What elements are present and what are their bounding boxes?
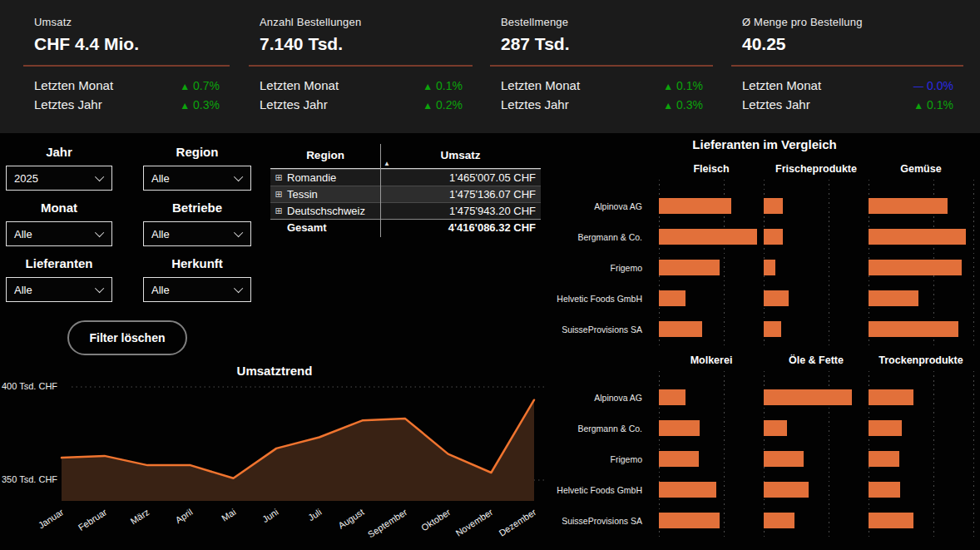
bar[interactable]: [659, 482, 716, 498]
clear-filters-button[interactable]: Filter löschen: [67, 320, 187, 355]
kpi-trend-label: Letzten Monat: [34, 78, 113, 92]
supplier-label[interactable]: Bergmann & Co.: [549, 232, 659, 242]
table-row-tessin[interactable]: ⊞ Tessin 1'475'136.07 CHF: [270, 186, 541, 202]
lieferanten-select[interactable]: Alle: [6, 277, 112, 302]
bar-cell: [869, 420, 973, 436]
kpi-trend-label: Letztes Jahr: [501, 97, 569, 111]
filter-label: Jahr: [6, 145, 112, 159]
filter-label: Herkunft: [143, 256, 251, 270]
bar[interactable]: [869, 260, 962, 275]
y-axis-tick-400: 400 Tsd. CHF: [2, 381, 57, 391]
small-multiples-row-1: FleischFrischeprodukteGemüseAlpinova AGB…: [549, 163, 975, 354]
bar[interactable]: [764, 420, 787, 436]
bar[interactable]: [764, 198, 783, 214]
bar[interactable]: [764, 451, 804, 467]
bar-cell: [764, 290, 869, 306]
dashboard-page: Umsatz CHF 4.4 Mio. Letzten Monat ▲0.7% …: [0, 0, 980, 550]
region-select[interactable]: Alle: [143, 166, 251, 191]
panel-title: Frischeprodukte: [764, 163, 869, 176]
bar[interactable]: [659, 260, 720, 275]
supplier-label[interactable]: Helvetic Foods GmbH: [549, 294, 659, 304]
bar[interactable]: [659, 513, 720, 528]
filter-label: Betriebe: [143, 201, 251, 215]
bar[interactable]: [764, 513, 794, 528]
supplier-label[interactable]: SuisseProvisions SA: [549, 516, 659, 526]
supplier-label[interactable]: Alpinova AG: [549, 393, 659, 403]
trend-area-fill[interactable]: [62, 400, 534, 501]
sort-ascending-icon: ▲: [384, 160, 390, 167]
trend-flat-icon: —: [913, 81, 923, 92]
herkunft-select[interactable]: Alle: [143, 277, 251, 302]
kpi-trend-value: 0.1%: [436, 79, 463, 92]
bar[interactable]: [764, 229, 783, 245]
monat-select[interactable]: Alle: [6, 221, 112, 246]
umsatz-cell: 1'475'136.07 CHF: [379, 188, 541, 201]
bar[interactable]: [764, 290, 789, 306]
table-row-romandie[interactable]: ⊞ Romandie 1'465'007.05 CHF: [270, 169, 541, 186]
region-cell: Romandie: [287, 171, 379, 184]
expand-icon[interactable]: ⊞: [270, 189, 287, 200]
jahr-select[interactable]: 2025: [6, 166, 112, 191]
bar-cell: [764, 260, 869, 275]
panel-titles: MolkereiÖle & FetteTrockenprodukte: [549, 354, 975, 368]
kpi-value: 7.140 Tsd.: [249, 34, 473, 54]
bar[interactable]: [659, 420, 700, 436]
kpi-trend-delta: ▲0.3%: [663, 98, 703, 111]
kpi-divider: [490, 65, 713, 67]
trend-up-icon: ▲: [913, 100, 923, 111]
filter-lieferanten: Lieferanten Alle: [6, 256, 112, 302]
bar[interactable]: [764, 482, 809, 498]
bar-cell: [764, 198, 869, 214]
bar[interactable]: [659, 229, 757, 245]
table-row-deutschschweiz[interactable]: ⊞ Deutschschweiz 1'475'943.20 CHF: [270, 202, 541, 219]
expand-icon[interactable]: ⊞: [270, 206, 287, 216]
supplier-label[interactable]: SuisseProvisions SA: [549, 325, 659, 334]
supplier-label[interactable]: Frigemo: [549, 454, 659, 464]
bar[interactable]: [869, 513, 913, 528]
bar[interactable]: [659, 321, 702, 337]
bar[interactable]: [764, 260, 775, 275]
bar-cell: [869, 451, 973, 467]
kpi-trend-label: Letzten Monat: [260, 78, 339, 92]
chevron-down-icon: [234, 284, 243, 293]
bar[interactable]: [869, 198, 948, 214]
bar[interactable]: [764, 321, 781, 337]
expand-icon[interactable]: ⊞: [270, 172, 287, 183]
x-axis-labels: JanuarFebruarMärzAprilMaiJuniJuliAugustS…: [0, 507, 549, 550]
bar-cell: [869, 482, 973, 498]
kpi-divider: [23, 65, 230, 67]
supplier-row: Helvetic Foods GmbH: [549, 283, 975, 314]
bar-cell: [764, 513, 869, 528]
bar[interactable]: [869, 290, 918, 306]
betriebe-select[interactable]: Alle: [143, 221, 251, 246]
panel-title: Fleisch: [659, 163, 764, 176]
supplier-label[interactable]: Alpinova AG: [549, 201, 659, 211]
bar[interactable]: [869, 229, 966, 245]
supplier-label[interactable]: Frigemo: [549, 263, 659, 273]
supplier-label[interactable]: Helvetic Foods GmbH: [549, 485, 659, 495]
kpi-trend-value: 0.2%: [436, 98, 463, 111]
chevron-down-icon: [95, 172, 104, 181]
region-umsatz-table: Region Umsatz ▲ ⊞ Romandie 1'465'007.05 …: [270, 144, 541, 239]
column-divider: [380, 144, 381, 237]
bar[interactable]: [869, 389, 913, 405]
kpi-card-umsatz: Umsatz CHF 4.4 Mio. Letzten Monat ▲0.7% …: [23, 0, 230, 133]
bar[interactable]: [659, 451, 699, 467]
bar[interactable]: [869, 420, 902, 436]
bar[interactable]: [659, 198, 731, 214]
select-value: Alle: [151, 228, 170, 240]
bar[interactable]: [659, 389, 686, 405]
bar[interactable]: [869, 451, 899, 467]
bar[interactable]: [869, 482, 900, 498]
kpi-title: Umsatz: [23, 16, 230, 28]
column-header-umsatz[interactable]: Umsatz: [380, 149, 541, 161]
bar[interactable]: [869, 321, 958, 337]
kpi-trend-row: Letztes Jahr ▲0.2%: [260, 95, 463, 114]
supplier-label[interactable]: Bergmann & Co.: [549, 424, 659, 434]
trend-plot-area[interactable]: [0, 379, 549, 512]
bar[interactable]: [659, 290, 686, 306]
trend-up-icon: ▲: [663, 100, 673, 111]
bar[interactable]: [764, 389, 852, 405]
column-header-region[interactable]: Region: [270, 149, 380, 161]
supplier-row: SuisseProvisions SA: [549, 314, 975, 344]
